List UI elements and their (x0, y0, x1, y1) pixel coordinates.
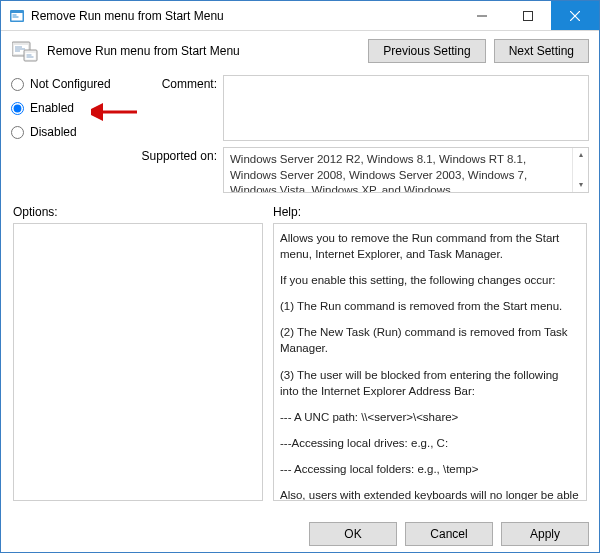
app-icon (9, 8, 25, 24)
supported-on-box: Windows Server 2012 R2, Windows 8.1, Win… (223, 147, 589, 193)
titlebar: Remove Run menu from Start Menu (1, 1, 599, 31)
radio-enabled-label: Enabled (30, 101, 74, 115)
help-text: Also, users with extended keyboards will… (280, 487, 580, 501)
radio-disabled-label: Disabled (30, 125, 77, 139)
help-text: (2) The New Task (Run) command is remove… (280, 324, 580, 356)
maximize-button[interactable] (505, 1, 551, 30)
scroll-down-icon[interactable]: ▾ (573, 178, 588, 192)
window-title: Remove Run menu from Start Menu (31, 9, 459, 23)
options-label: Options: (13, 205, 263, 219)
policy-icon (11, 39, 39, 63)
svg-rect-15 (27, 55, 32, 56)
minimize-button[interactable] (459, 1, 505, 30)
svg-rect-14 (26, 53, 36, 60)
apply-button[interactable]: Apply (501, 522, 589, 546)
next-setting-button[interactable]: Next Setting (494, 39, 589, 63)
supported-scroll[interactable]: ▴ ▾ (572, 148, 588, 192)
help-text: Allows you to remove the Run command fro… (280, 230, 580, 262)
svg-rect-10 (15, 47, 22, 48)
ok-button[interactable]: OK (309, 522, 397, 546)
supported-on-label: Supported on: (137, 147, 217, 163)
radio-enabled[interactable]: Enabled (11, 101, 131, 115)
radio-enabled-input[interactable] (11, 102, 24, 115)
options-box (13, 223, 263, 501)
radio-disabled[interactable]: Disabled (11, 125, 131, 139)
footer-buttons: OK Cancel Apply (11, 516, 589, 546)
radio-disabled-input[interactable] (11, 126, 24, 139)
svg-rect-12 (15, 51, 20, 52)
help-text: ---Accessing local drives: e.g., C: (280, 435, 580, 451)
help-box[interactable]: Allows you to remove the Run command fro… (273, 223, 587, 501)
svg-rect-3 (13, 16, 19, 17)
previous-setting-button[interactable]: Previous Setting (368, 39, 485, 63)
help-text: --- Accessing local folders: e.g., \temp… (280, 461, 580, 477)
help-text: (1) The Run command is removed from the … (280, 298, 580, 314)
help-label: Help: (273, 205, 587, 219)
policy-title: Remove Run menu from Start Menu (47, 44, 360, 58)
supported-on-text: Windows Server 2012 R2, Windows 8.1, Win… (230, 153, 527, 193)
comment-input[interactable] (223, 75, 589, 141)
comment-label: Comment: (137, 75, 217, 91)
help-text: If you enable this setting, the followin… (280, 272, 580, 288)
scroll-up-icon[interactable]: ▴ (573, 148, 588, 162)
cancel-button[interactable]: Cancel (405, 522, 493, 546)
radio-not-configured[interactable]: Not Configured (11, 77, 131, 91)
svg-rect-2 (13, 14, 17, 15)
window-controls (459, 1, 599, 30)
svg-rect-16 (27, 57, 34, 58)
help-text: (3) The user will be blocked from enteri… (280, 367, 580, 399)
radio-not-configured-input[interactable] (11, 78, 24, 91)
radio-not-configured-label: Not Configured (30, 77, 111, 91)
state-radios: Not Configured Enabled Disabled (11, 75, 131, 139)
close-button[interactable] (551, 1, 599, 30)
help-text: --- A UNC path: \\<server>\<share> (280, 409, 580, 425)
svg-rect-5 (524, 11, 533, 20)
svg-rect-11 (15, 49, 25, 50)
